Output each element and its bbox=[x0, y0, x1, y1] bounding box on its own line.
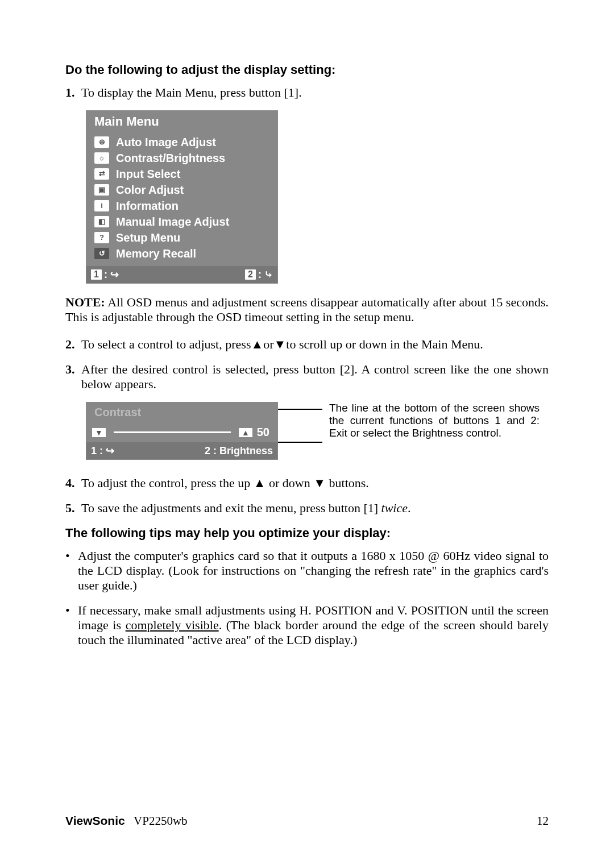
key-box-2: 2 bbox=[205, 445, 210, 456]
heading-adjust: Do the following to adjust the display s… bbox=[65, 63, 549, 77]
osd-item-icon: ↺ bbox=[94, 248, 109, 259]
tip-text: If necessary, make small adjustments usi… bbox=[78, 603, 549, 647]
text-span: to scroll up or down in the Main Menu. bbox=[286, 337, 483, 351]
osd-item-label: Input Select bbox=[116, 166, 180, 182]
text-italic: twice bbox=[381, 501, 408, 515]
step-text: To save the adjustments and exit the men… bbox=[81, 501, 549, 516]
step-text: To display the Main Menu, press button [… bbox=[81, 85, 549, 100]
down-triangle-icon bbox=[274, 337, 287, 351]
note-paragraph: NOTE: All OSD menus and adjustment scree… bbox=[65, 295, 549, 325]
callout-line-bottom bbox=[278, 442, 322, 443]
callout-text: The line at the bottom of the screen sho… bbox=[329, 402, 540, 439]
osd-item-label: Color Adjust bbox=[116, 182, 184, 198]
text-span: or bbox=[263, 337, 273, 351]
key-sym-1: : ↪ bbox=[99, 445, 114, 456]
step-number: 2. bbox=[65, 337, 81, 352]
key-box-1: 1 bbox=[91, 269, 102, 280]
step-2: 2. To select a control to adjust, presso… bbox=[65, 337, 549, 352]
step-number: 3. bbox=[65, 362, 81, 392]
osd-footer: 1 : ↪ 2 : ⤷ bbox=[86, 266, 277, 283]
step-3: 3. After the desired control is selected… bbox=[65, 362, 549, 392]
osd-title: Main Menu bbox=[86, 111, 277, 132]
osd-main-menu: Main Menu ⊕Auto Image Adjust☼Contrast/Br… bbox=[86, 110, 278, 284]
osd-item-label: Memory Recall bbox=[116, 246, 196, 261]
footer-left: ViewSonic VP2250wb bbox=[65, 814, 188, 828]
osd-menu-item: ?Setup Menu bbox=[94, 230, 269, 246]
osd-item-label: Information bbox=[116, 198, 179, 214]
osd-footer-key-1: 1 : ↪ bbox=[91, 268, 119, 281]
osd-menu-item: ⇄Input Select bbox=[94, 166, 269, 182]
text-span: To select a control to adjust, press bbox=[81, 337, 251, 351]
osd-contrast-footer: 1 : ↪ 2 : Brightness bbox=[86, 442, 277, 459]
note-label: NOTE: bbox=[65, 295, 105, 309]
key-sym-2: : ⤷ bbox=[258, 268, 273, 281]
text-span: . bbox=[408, 501, 411, 515]
osd-item-label: Setup Menu bbox=[116, 230, 180, 246]
down-box-icon: ▼ bbox=[92, 428, 106, 437]
note-text: All OSD menus and adjustment screens dis… bbox=[65, 295, 549, 324]
step-number: 1. bbox=[65, 85, 81, 100]
bullet-icon: • bbox=[65, 603, 78, 647]
text-span: buttons. bbox=[326, 476, 369, 490]
footer-key-2: 2 : Brightness bbox=[205, 445, 273, 457]
step-4: 4. To adjust the control, press the up o… bbox=[65, 476, 549, 491]
osd-item-icon: ⇄ bbox=[94, 168, 109, 180]
page-footer: ViewSonic VP2250wb 12 bbox=[65, 814, 549, 828]
osd-contrast-title: Contrast bbox=[86, 402, 277, 422]
callout-line-top bbox=[278, 409, 322, 439]
osd-item-icon: ? bbox=[94, 232, 109, 243]
osd-item-icon: ▣ bbox=[94, 184, 109, 196]
osd-item-icon: ☼ bbox=[94, 152, 109, 164]
footer-key-1: 1 : ↪ bbox=[91, 445, 114, 457]
up-triangle-icon bbox=[254, 476, 266, 490]
footer-brand: ViewSonic bbox=[65, 814, 125, 827]
text-span: To save the adjustments and exit the men… bbox=[81, 501, 381, 515]
osd-menu-item: ◧Manual Image Adjust bbox=[94, 214, 269, 230]
osd-item-label: Contrast/Brightness bbox=[116, 150, 225, 166]
osd-footer-key-2: 2 : ⤷ bbox=[245, 268, 273, 281]
osd-menu-item: ⊕Auto Image Adjust bbox=[94, 134, 269, 150]
step-text: To select a control to adjust, pressorto… bbox=[81, 337, 549, 352]
footer-page-number: 12 bbox=[537, 814, 549, 828]
step-number: 5. bbox=[65, 501, 81, 516]
text-span: or down bbox=[266, 476, 314, 490]
down-triangle-icon bbox=[313, 476, 326, 490]
step-number: 4. bbox=[65, 476, 81, 491]
osd-item-icon: ⊕ bbox=[94, 136, 109, 148]
osd-menu-item: ☼Contrast/Brightness bbox=[94, 150, 269, 166]
step-text: To adjust the control, press the up or d… bbox=[81, 476, 549, 491]
osd-menu-item: ▣Color Adjust bbox=[94, 182, 269, 198]
osd-item-icon: ◧ bbox=[94, 216, 109, 227]
text-underline: completely visible bbox=[126, 618, 219, 632]
contrast-value: 50 bbox=[257, 426, 272, 439]
osd-contrast-screen: Contrast ▼ ▲ 50 1 : ↪ 2 : Brightness bbox=[86, 402, 278, 460]
up-box-icon: ▲ bbox=[239, 428, 252, 437]
up-triangle-icon bbox=[251, 337, 263, 351]
slider-bar bbox=[114, 431, 231, 433]
osd-item-icon: i bbox=[94, 200, 109, 211]
key-box-2: 2 bbox=[245, 269, 256, 280]
osd-item-label: Auto Image Adjust bbox=[116, 134, 216, 150]
text-span: To adjust the control, press the up bbox=[81, 476, 254, 490]
tip-2: • If necessary, make small adjustments u… bbox=[65, 603, 549, 647]
osd-menu-item: ↺Memory Recall bbox=[94, 246, 269, 261]
bullet-icon: • bbox=[65, 549, 78, 593]
key-sym-1: : ↪ bbox=[104, 268, 119, 281]
step-1: 1. To display the Main Menu, press butto… bbox=[65, 85, 549, 100]
heading-tips: The following tips may help you optimize… bbox=[65, 526, 549, 541]
step-5: 5. To save the adjustments and exit the … bbox=[65, 501, 549, 516]
key-box-1: 1 bbox=[91, 445, 97, 456]
step-text: After the desired control is selected, p… bbox=[81, 362, 549, 392]
tip-1: • Adjust the computer's graphics card so… bbox=[65, 549, 549, 593]
osd-item-label: Manual Image Adjust bbox=[116, 214, 229, 230]
footer-model: VP2250wb bbox=[134, 814, 188, 828]
osd-menu-item: iInformation bbox=[94, 198, 269, 214]
osd-body: ⊕Auto Image Adjust☼Contrast/Brightness⇄I… bbox=[86, 132, 277, 266]
key-label-2: : Brightness bbox=[213, 445, 273, 456]
tip-text: Adjust the computer's graphics card so t… bbox=[78, 549, 549, 593]
osd-contrast-slider: ▼ ▲ 50 bbox=[86, 422, 277, 442]
